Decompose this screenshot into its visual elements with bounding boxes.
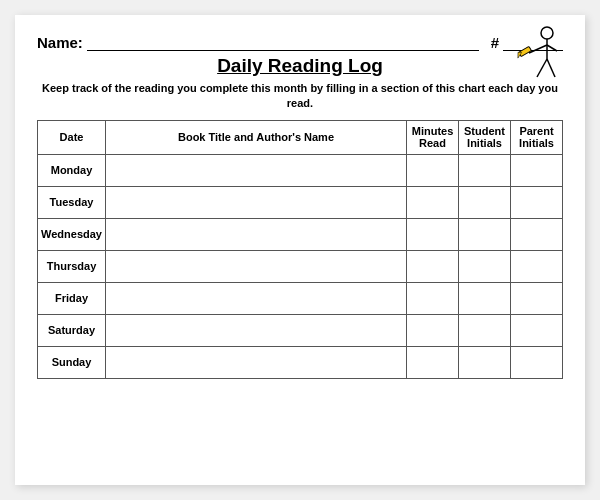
parent-initials-cell[interactable] [511,154,563,186]
minutes-cell[interactable] [407,218,459,250]
svg-line-2 [529,45,547,53]
parent-initials-cell[interactable] [511,282,563,314]
page: Name: # Daily Reading Log Keep track of … [15,15,585,485]
col-header-date: Date [38,120,106,154]
svg-point-0 [541,27,553,39]
minutes-cell[interactable] [407,314,459,346]
col-header-student: Student Initials [459,120,511,154]
book-cell[interactable] [106,346,407,378]
parent-initials-cell[interactable] [511,314,563,346]
table-row: Saturday [38,314,563,346]
student-initials-cell[interactable] [459,186,511,218]
student-initials-cell[interactable] [459,314,511,346]
table-row: Thursday [38,250,563,282]
day-label: Thursday [38,250,106,282]
reading-figure [515,25,563,91]
parent-initials-cell[interactable] [511,218,563,250]
minutes-cell[interactable] [407,186,459,218]
student-initials-cell[interactable] [459,346,511,378]
day-label: Friday [38,282,106,314]
name-underline-field [87,33,479,51]
name-label: Name: [37,34,83,51]
student-initials-cell[interactable] [459,154,511,186]
table-row: Wednesday [38,218,563,250]
name-line: Name: # [37,33,563,51]
table-header-row: Date Book Title and Author's Name Minute… [38,120,563,154]
day-label: Sunday [38,346,106,378]
book-cell[interactable] [106,250,407,282]
book-cell[interactable] [106,282,407,314]
table-row: Friday [38,282,563,314]
table-row: Sunday [38,346,563,378]
col-header-minutes: Minutes Read [407,120,459,154]
parent-initials-cell[interactable] [511,346,563,378]
svg-line-4 [537,59,547,77]
student-initials-cell[interactable] [459,218,511,250]
book-cell[interactable] [106,186,407,218]
day-label: Wednesday [38,218,106,250]
table-row: Tuesday [38,186,563,218]
student-initials-cell[interactable] [459,282,511,314]
minutes-cell[interactable] [407,346,459,378]
day-label: Monday [38,154,106,186]
book-cell[interactable] [106,314,407,346]
minutes-cell[interactable] [407,154,459,186]
student-initials-cell[interactable] [459,250,511,282]
page-subtitle: Keep track of the reading you complete t… [37,81,563,112]
svg-rect-6 [519,46,532,56]
svg-line-3 [547,45,557,51]
day-label: Tuesday [38,186,106,218]
parent-initials-cell[interactable] [511,186,563,218]
day-label: Saturday [38,314,106,346]
book-cell[interactable] [106,154,407,186]
page-title: Daily Reading Log [37,55,563,77]
parent-initials-cell[interactable] [511,250,563,282]
reading-log-table: Date Book Title and Author's Name Minute… [37,120,563,379]
table-row: Monday [38,154,563,186]
svg-line-5 [547,59,555,77]
minutes-cell[interactable] [407,250,459,282]
book-cell[interactable] [106,218,407,250]
col-header-parent: Parent Initials [511,120,563,154]
hash-label: # [491,34,499,51]
minutes-cell[interactable] [407,282,459,314]
col-header-book: Book Title and Author's Name [106,120,407,154]
